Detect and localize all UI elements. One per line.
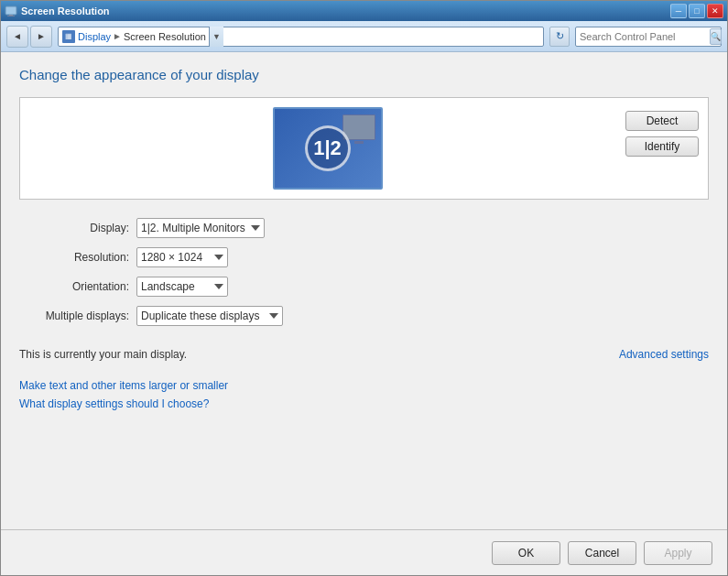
resolution-select[interactable]: 1280 × 1024 1920 × 1080 1024 × 768	[136, 247, 228, 267]
ok-button[interactable]: OK	[492, 541, 560, 565]
address-path-container: ▦ Display ► Screen Resolution ▼	[58, 27, 544, 47]
minimize-button[interactable]: ─	[670, 4, 687, 18]
svg-rect-0	[5, 6, 16, 15]
cancel-button[interactable]: Cancel	[568, 541, 636, 565]
detect-button[interactable]: Detect	[625, 111, 699, 131]
display-settings-link[interactable]: What display settings should I choose?	[19, 397, 709, 410]
back-button[interactable]: ◄	[6, 26, 28, 48]
orientation-label: Orientation:	[19, 280, 129, 293]
display-preview-image: 1|2	[273, 107, 383, 190]
display-preview-center: 1|2	[29, 107, 625, 190]
nav-buttons: ◄ ►	[6, 26, 52, 48]
multiple-displays-label: Multiple displays:	[19, 310, 129, 322]
form-section: Display: 1|2. Multiple Monitors Resoluti…	[19, 211, 709, 333]
title-bar-buttons: ─ □ ✕	[670, 4, 723, 18]
display-row: Display: 1|2. Multiple Monitors	[19, 218, 709, 238]
title-bar: Screen Resolution ─ □ ✕	[1, 1, 727, 21]
resolution-label: Resolution:	[19, 251, 129, 264]
breadcrumb-parent[interactable]: Display	[78, 31, 111, 42]
monitor-number-icon: 1|2	[305, 125, 351, 171]
orientation-row: Orientation: Landscape Portrait Landscap…	[19, 277, 709, 297]
close-button[interactable]: ✕	[707, 4, 723, 18]
maximize-button[interactable]: □	[689, 4, 705, 18]
search-button[interactable]: 🔍	[710, 28, 722, 45]
display-select[interactable]: 1|2. Multiple Monitors	[136, 218, 265, 238]
apply-button[interactable]: Apply	[644, 541, 712, 565]
info-section: This is currently your main display. Adv…	[19, 344, 709, 368]
breadcrumb: Display ► Screen Resolution	[78, 31, 206, 42]
window-title: Screen Resolution	[21, 5, 110, 16]
links-section: Make text and other items larger or smal…	[19, 379, 709, 410]
search-box: 🔍	[575, 27, 722, 47]
info-text: This is currently your main display.	[19, 348, 187, 361]
window-icon	[5, 5, 17, 17]
page-title: Change the appearance of your display	[19, 67, 709, 82]
address-icon: ▦	[62, 30, 75, 43]
refresh-button[interactable]: ↻	[549, 27, 570, 47]
title-bar-left: Screen Resolution	[5, 5, 110, 17]
multiple-displays-row: Multiple displays: Duplicate these displ…	[19, 306, 709, 326]
address-bar: ◄ ► ▦ Display ► Screen Resolution ▼ ↻ 🔍	[1, 21, 727, 52]
bottom-bar: OK Cancel Apply	[1, 529, 727, 575]
text-size-link[interactable]: Make text and other items larger or smal…	[19, 379, 709, 392]
forward-button[interactable]: ►	[30, 26, 52, 48]
advanced-settings-link[interactable]: Advanced settings	[619, 348, 709, 361]
orientation-select[interactable]: Landscape Portrait Landscape (flipped) P…	[136, 277, 228, 297]
detect-identify-buttons: Detect Identify	[625, 111, 699, 157]
breadcrumb-current: Screen Resolution	[124, 31, 206, 42]
multiple-displays-select[interactable]: Duplicate these displays Extend these di…	[136, 306, 283, 326]
address-dropdown[interactable]: ▼	[209, 27, 223, 47]
main-content: Change the appearance of your display 1|…	[1, 52, 727, 529]
main-window: Screen Resolution ─ □ ✕ ◄ ► ▦ Display ► …	[0, 0, 728, 576]
display-preview-box: 1|2 Detect Identify	[19, 97, 709, 200]
svg-rect-2	[7, 16, 15, 16]
breadcrumb-separator: ►	[113, 31, 122, 41]
display-label: Display:	[19, 222, 129, 234]
identify-button[interactable]: Identify	[625, 136, 699, 157]
resolution-row: Resolution: 1280 × 1024 1920 × 1080 1024…	[19, 247, 709, 267]
search-input[interactable]	[580, 31, 706, 42]
